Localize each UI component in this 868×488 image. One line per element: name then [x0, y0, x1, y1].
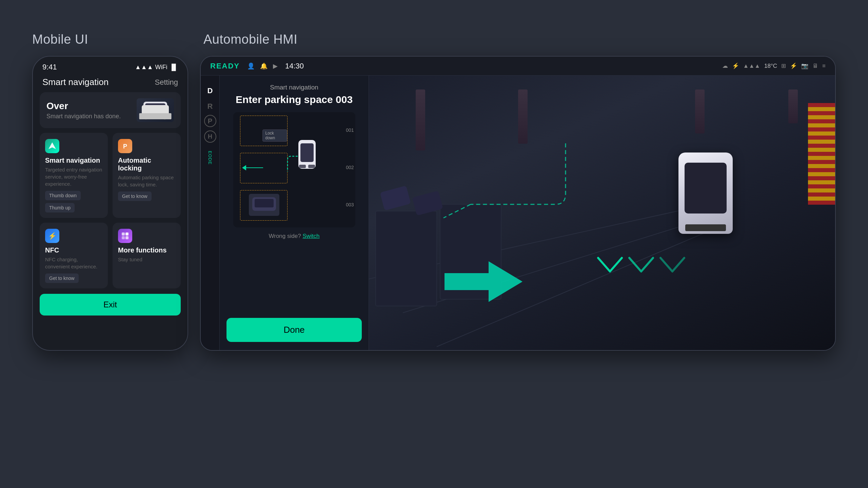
nfc-icon-svg: ⚡: [48, 231, 57, 240]
chevron-svg-2: [628, 256, 655, 273]
feature-grid: Smart navigation Targeted entry navigati…: [40, 133, 181, 288]
pillar-2: [518, 89, 528, 144]
nav-panel-subtitle: Smart navigation: [270, 84, 318, 91]
phone-nav-title: Smart navigation: [42, 77, 108, 87]
svg-rect-15: [300, 143, 314, 162]
automobile-hmi: READY 👤 🔔 ▶ 14:30 ☁ ⚡ ▲▲▲ 18°C ⊞ ⚡ 📷 🖥 ≡…: [200, 56, 836, 351]
over-subtitle: Smart navigation has done.: [46, 113, 121, 120]
nfc-get-to-know-button[interactable]: Get to know: [45, 273, 79, 283]
svg-rect-16: [299, 165, 306, 168]
hmi-status-left: READY 👤 🔔 ▶ 14:30: [210, 62, 304, 70]
scene-car-roof: [685, 163, 727, 214]
car-svg: [138, 100, 172, 120]
automobile-hmi-label: Automobile HMI: [203, 32, 297, 47]
gear-p[interactable]: P: [204, 115, 216, 127]
svg-rect-10: [122, 236, 125, 239]
chevron-svg-3: [596, 256, 624, 273]
gear-r[interactable]: R: [201, 99, 219, 114]
parking-space-002: [240, 153, 288, 183]
svg-rect-1: [145, 103, 165, 111]
space-002-label: 002: [346, 165, 354, 170]
chevron-arrows: [596, 256, 686, 273]
scene-car-grill: [685, 224, 726, 231]
exit-button[interactable]: Exit: [40, 294, 181, 316]
svg-rect-17: [308, 165, 315, 168]
switch-link[interactable]: Switch: [302, 233, 319, 239]
phone-status-bar: 9:41 ▲▲▲ WiFi ▐▌: [33, 57, 188, 74]
more-icon-svg: [121, 231, 130, 240]
chevron-svg-1: [659, 256, 686, 273]
auto-lock-title: Automatic locking: [118, 157, 175, 172]
hmi-status-right: ☁ ⚡ ▲▲▲ 18°C ⊞ ⚡ 📷 🖥 ≡: [722, 62, 826, 69]
done-button[interactable]: Done: [226, 318, 362, 342]
parking-diagram: Lock down 001 002: [233, 112, 355, 227]
signal-bars-icon: ▲▲▲: [743, 63, 760, 69]
thumb-down-button[interactable]: Thumb down: [45, 191, 81, 200]
smart-nav-buttons: Thumb down Thumb up: [45, 191, 102, 212]
battery-icon: ▐▌: [169, 64, 178, 71]
mobile-ui-label: Mobile UI: [32, 32, 88, 47]
smart-nav-desc: Targeted entry navigation service, worry…: [45, 166, 102, 187]
space-001-label: 001: [346, 127, 354, 133]
pillar-1: [416, 89, 425, 150]
more-functions-icon: [118, 229, 132, 243]
cloud-icon: ☁: [722, 62, 728, 69]
gear-h[interactable]: H: [204, 130, 216, 143]
auto-lock-icon: P: [118, 139, 132, 153]
svg-text:⚡: ⚡: [48, 232, 57, 240]
play-icon: ▶: [273, 62, 278, 70]
arrow-head: [242, 165, 246, 170]
parking-arrow: [242, 165, 263, 170]
signal-icon: ▲▲▲: [135, 64, 153, 71]
gear-panel: D R P H EODE: [201, 76, 220, 350]
bell-icon: 🔔: [260, 62, 268, 70]
svg-point-3: [144, 116, 148, 120]
svg-text:P: P: [123, 143, 127, 150]
usb-icon: ⚡: [732, 62, 739, 69]
smart-nav-icon: [45, 139, 59, 153]
nfc-desc: NFC charging, convenient experience.: [45, 256, 102, 270]
arrow-line: [246, 167, 263, 168]
auto-lock-desc: Automatic parking space lock, saving tim…: [118, 174, 175, 188]
svg-marker-5: [48, 142, 56, 149]
user-car: [298, 139, 316, 171]
pillar-4: [788, 89, 798, 123]
space-003-label: 003: [346, 202, 354, 207]
thumb-up-button[interactable]: Thumb up: [45, 203, 75, 212]
parking-space-003: [240, 190, 288, 221]
more-functions-title: More functions: [118, 246, 175, 254]
scene-car-body: [678, 152, 733, 234]
user-car-svg: [298, 139, 316, 171]
nfc-buttons: Get to know: [45, 273, 102, 283]
bluetooth-icon: ⚡: [790, 62, 797, 69]
scene-car: [678, 152, 733, 234]
car-illustration: [137, 98, 174, 122]
auto-lock-buttons: Get to know: [118, 191, 175, 201]
hmi-clock: 14:30: [285, 62, 304, 70]
phone-status-icons: ▲▲▲ WiFi ▐▌: [135, 64, 178, 71]
pillar-3: [695, 89, 705, 134]
hmi-main-content: D R P H EODE Smart navigation Enter park…: [201, 76, 835, 350]
svg-rect-8: [122, 232, 125, 236]
auto-lock-get-to-know-button[interactable]: Get to know: [118, 191, 152, 201]
smart-nav-title: Smart navigation: [45, 157, 102, 164]
gear-d[interactable]: D: [201, 84, 219, 98]
directional-arrow: [434, 255, 516, 295]
hmi-temperature: 18°C: [764, 63, 777, 69]
auto-lock-card: P Automatic locking Automatic parking sp…: [113, 133, 181, 218]
wifi-icon: WiFi: [155, 64, 167, 71]
hmi-status-bar: READY 👤 🔔 ▶ 14:30 ☁ ⚡ ▲▲▲ 18°C ⊞ ⚡ 📷 🖥 ≡: [201, 57, 835, 76]
phone-setting-link[interactable]: Setting: [155, 78, 178, 87]
wrong-side-container: Wrong side? Switch: [269, 233, 320, 240]
parked-car-003: [249, 194, 279, 216]
camera-icon: 📷: [801, 62, 808, 69]
over-title: Over: [46, 101, 121, 111]
phone-time: 9:41: [42, 63, 57, 72]
svg-rect-2: [142, 113, 169, 118]
over-card-left: Over Smart navigation has done.: [46, 101, 121, 120]
scene-background: [369, 76, 835, 350]
over-card: Over Smart navigation has done.: [40, 92, 181, 128]
direction-arrow-svg: [434, 255, 529, 309]
nfc-card: ⚡ NFC NFC charging, convenient experienc…: [40, 223, 108, 288]
nav-icon-svg: [48, 142, 57, 150]
